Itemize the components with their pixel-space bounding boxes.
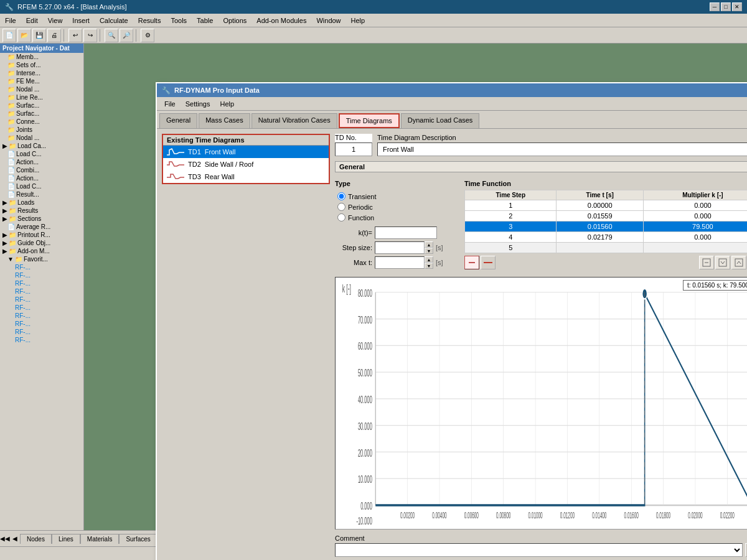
tab-time-diagrams[interactable]: Time Diagrams [339,113,400,128]
tb-new[interactable]: 📄 [2,29,16,42]
tree-item[interactable]: 📄Load C... [0,150,83,158]
menu-tools[interactable]: Tools [166,16,192,26]
tree-item[interactable]: 📁Sets of... [0,61,83,69]
diagram-row-td1[interactable]: TD1 Front Wall [163,146,329,158]
menu-view[interactable]: View [43,16,68,26]
table-btn-export3[interactable] [731,256,746,269]
diagram-row-td2[interactable]: TD2 Side Wall / Roof [163,158,329,170]
tree-item[interactable]: 📄Action... [0,174,83,182]
menu-table[interactable]: Table [192,16,218,26]
tree-item-sections[interactable]: ▶📁Sections [0,215,83,223]
tree-item[interactable]: 📁Interse... [0,69,83,77]
status-tab-lines[interactable]: Lines [52,534,80,544]
dialog-menu-settings[interactable]: Settings [181,99,215,109]
tree-item[interactable]: 📄Average R... [0,223,83,231]
radio-periodic[interactable]: Periodic [337,203,457,211]
tree-item-rf2[interactable]: RF-... [0,271,83,279]
tree-item[interactable]: 📁FE Me... [0,77,83,85]
max-t-down[interactable]: ▼ [425,263,433,269]
tree-item[interactable]: 📁Nodal ... [0,85,83,93]
menu-window[interactable]: Window [311,16,345,26]
tb-zoom-in[interactable]: 🔍 [105,29,118,42]
menu-edit[interactable]: Edit [21,16,43,26]
table-btn-export2[interactable] [715,256,730,269]
tb-save[interactable]: 💾 [32,29,46,42]
tree-item-rf1[interactable]: RF-... [0,263,83,271]
table-row-empty[interactable]: 5 [465,243,748,253]
tree-item[interactable]: 📄Combi... [0,166,83,174]
tree-item-favorites[interactable]: ▼📁Favorit... [0,255,83,263]
tree-item-rf3[interactable]: RF-... [0,279,83,287]
step-size-input[interactable] [375,241,425,254]
tb-settings[interactable]: ⚙ [141,29,154,42]
status-arrow-left[interactable]: ◀◀ [0,532,10,546]
tab-mass-cases[interactable]: Mass Cases [199,113,250,128]
tb-open[interactable]: 📂 [17,29,31,42]
tree-item-rf8[interactable]: RF-... [0,320,83,328]
radio-function-input[interactable] [337,213,345,222]
status-tab-surfaces[interactable]: Surfaces [119,534,157,544]
menu-options[interactable]: Options [218,16,251,26]
menu-help[interactable]: Help [346,16,370,26]
tree-item[interactable]: 📁Line Re... [0,93,83,101]
table-btn-add[interactable] [464,256,479,269]
dialog-menu-help[interactable]: Help [215,99,239,109]
max-t-input[interactable] [375,256,425,269]
status-tab-nodes[interactable]: Nodes [20,534,52,544]
tab-dynamic-load[interactable]: Dynamic Load Cases [401,113,480,128]
menu-calculate[interactable]: Calculate [95,16,133,26]
td-no-input[interactable] [335,142,372,156]
dialog-menu-file[interactable]: File [159,99,181,109]
max-t-up[interactable]: ▲ [425,256,433,263]
tree-item[interactable]: 📄Action... [0,158,83,166]
tree-item[interactable]: 📁Surfac... [0,110,83,118]
radio-transient[interactable]: Transient [337,192,457,200]
tree-item-rf6[interactable]: RF-... [0,304,83,312]
tab-natural-vibration[interactable]: Natural Vibration Cases [251,113,337,128]
tree-item-rf9[interactable]: RF-... [0,328,83,336]
status-tab-arrow-left[interactable]: ◀◀ ◀ [0,532,20,546]
radio-transient-input[interactable] [337,192,345,200]
comment-select[interactable] [335,543,743,557]
table-btn-export1[interactable] [699,256,714,269]
tree-item-results[interactable]: ▶📁Results [0,207,83,215]
minimize-button[interactable]: ─ [710,2,720,11]
menu-insert[interactable]: Insert [67,16,95,26]
tree-item[interactable]: 📄Load C... [0,182,83,190]
kt-input[interactable] [375,226,437,239]
tree-item-rf7[interactable]: RF-... [0,312,83,320]
table-row-selected[interactable]: 3 0.01560 79.500 [465,222,748,232]
tree-item-rf4[interactable]: RF-... [0,287,83,296]
table-row[interactable]: 4 0.02179 0.000 [465,232,748,243]
menu-file[interactable]: File [0,16,21,26]
tree-item-rf10[interactable]: RF-... [0,336,83,344]
tb-zoom-out[interactable]: 🔎 [120,29,133,42]
tree-item-loads[interactable]: ▶📁Loads [0,198,83,207]
td-desc-select[interactable]: Front Wall Side Wall / Roof Rear Wall [377,142,747,156]
step-size-up[interactable]: ▲ [425,241,433,248]
tree-item-guide[interactable]: ▶📁Guide Obj... [0,239,83,247]
close-button[interactable]: ✕ [732,2,742,11]
tree-item[interactable]: 📁Memb... [0,53,83,61]
tree-item[interactable]: 📁Conne... [0,118,83,126]
table-row[interactable]: 1 0.00000 0.000 [465,200,748,211]
maximize-button[interactable]: □ [721,2,731,11]
tb-print[interactable]: 🖨 [47,29,61,42]
status-tab-materials[interactable]: Materials [80,534,120,544]
status-arrow-prev[interactable]: ◀ [10,532,20,546]
diagram-row-td3[interactable]: TD3 Rear Wall [163,170,329,183]
table-btn-delete[interactable] [481,256,496,269]
menu-addon[interactable]: Add-on Modules [251,16,311,26]
tree-item[interactable]: 📁Joints [0,126,83,134]
radio-function[interactable]: Function [337,213,457,222]
tree-item[interactable]: 📁Nodal ... [0,134,83,142]
tree-item-rf5[interactable]: RF-... [0,296,83,304]
tree-item[interactable]: 📄Result... [0,190,83,198]
table-row[interactable]: 2 0.01559 0.000 [465,211,748,222]
step-size-down[interactable]: ▼ [425,248,433,254]
menu-results[interactable]: Results [133,16,166,26]
tree-item-printout[interactable]: ▶📁Printout R... [0,231,83,239]
tree-item[interactable]: 📁Surfac... [0,101,83,110]
tb-undo[interactable]: ↩ [68,29,82,42]
tb-redo[interactable]: ↪ [83,29,97,42]
